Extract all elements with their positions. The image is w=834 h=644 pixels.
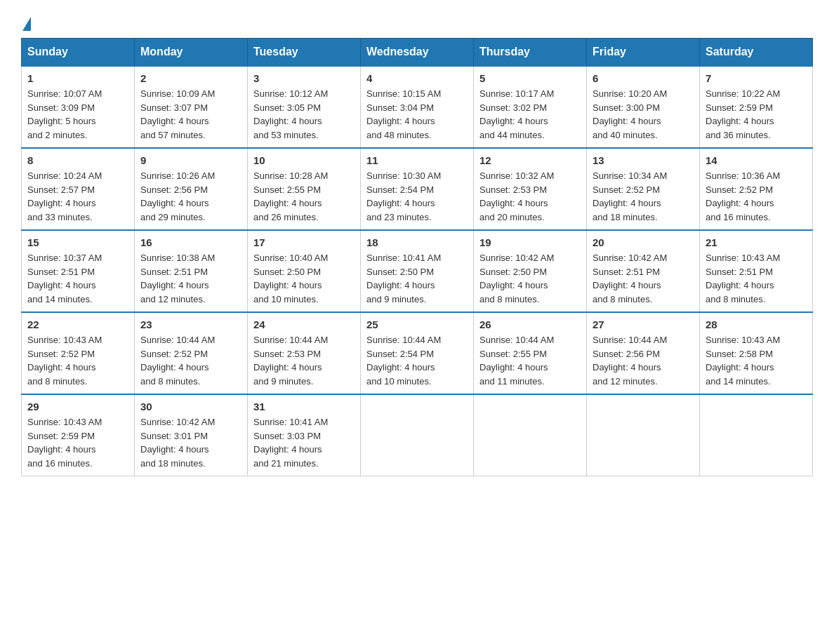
day-info: Sunrise: 10:09 AMSunset: 3:07 PMDaylight… (140, 87, 241, 142)
calendar-day-cell: 31Sunrise: 10:41 AMSunset: 3:03 PMDaylig… (248, 394, 361, 476)
day-info: Sunrise: 10:43 AMSunset: 2:52 PMDaylight… (27, 333, 128, 388)
calendar-day-cell: 26Sunrise: 10:44 AMSunset: 2:55 PMDaylig… (474, 312, 587, 394)
day-number: 26 (479, 318, 581, 330)
calendar-day-cell: 3Sunrise: 10:12 AMSunset: 3:05 PMDayligh… (248, 66, 361, 148)
day-info: Sunrise: 10:28 AMSunset: 2:55 PMDaylight… (253, 169, 355, 224)
day-info: Sunrise: 10:38 AMSunset: 2:51 PMDaylight… (140, 251, 241, 306)
day-info: Sunrise: 10:17 AMSunset: 3:02 PMDaylight… (479, 87, 581, 142)
day-number: 13 (593, 154, 694, 166)
day-info: Sunrise: 10:30 AMSunset: 2:54 PMDaylight… (366, 169, 468, 224)
day-info: Sunrise: 10:40 AMSunset: 2:50 PMDaylight… (253, 251, 355, 306)
calendar-day-cell: 30Sunrise: 10:42 AMSunset: 3:01 PMDaylig… (135, 394, 248, 476)
calendar-day-cell: 29Sunrise: 10:43 AMSunset: 2:59 PMDaylig… (22, 394, 135, 476)
day-number: 23 (140, 318, 241, 330)
day-number: 5 (479, 72, 581, 84)
day-info: Sunrise: 10:43 AMSunset: 2:51 PMDaylight… (706, 251, 807, 306)
day-info: Sunrise: 10:26 AMSunset: 2:56 PMDaylight… (140, 169, 241, 224)
day-info: Sunrise: 10:41 AMSunset: 2:50 PMDaylight… (366, 251, 468, 306)
calendar-day-cell: 11Sunrise: 10:30 AMSunset: 2:54 PMDaylig… (361, 148, 474, 230)
calendar-day-cell: 6Sunrise: 10:20 AMSunset: 3:00 PMDayligh… (587, 66, 700, 148)
day-info: Sunrise: 10:43 AMSunset: 2:58 PMDaylight… (706, 333, 807, 388)
day-number: 6 (593, 72, 694, 84)
calendar-week-row: 22Sunrise: 10:43 AMSunset: 2:52 PMDaylig… (22, 312, 813, 394)
day-info: Sunrise: 10:42 AMSunset: 3:01 PMDaylight… (140, 415, 241, 470)
day-number: 2 (140, 72, 241, 84)
calendar-day-cell: 12Sunrise: 10:32 AMSunset: 2:53 PMDaylig… (474, 148, 587, 230)
calendar-empty-cell (474, 394, 587, 476)
weekday-header-friday: Friday (587, 39, 700, 67)
day-info: Sunrise: 10:37 AMSunset: 2:51 PMDaylight… (27, 251, 128, 306)
day-number: 9 (140, 154, 241, 166)
day-number: 15 (27, 236, 128, 248)
calendar-day-cell: 20Sunrise: 10:42 AMSunset: 2:51 PMDaylig… (587, 230, 700, 312)
day-number: 27 (593, 318, 694, 330)
day-number: 30 (140, 401, 241, 412)
day-number: 22 (27, 318, 128, 330)
calendar-day-cell: 1Sunrise: 10:07 AMSunset: 3:09 PMDayligh… (22, 66, 135, 148)
calendar-day-cell: 15Sunrise: 10:37 AMSunset: 2:51 PMDaylig… (22, 230, 135, 312)
calendar-day-cell: 9Sunrise: 10:26 AMSunset: 2:56 PMDayligh… (135, 148, 248, 230)
calendar-day-cell: 19Sunrise: 10:42 AMSunset: 2:50 PMDaylig… (474, 230, 587, 312)
calendar-day-cell: 23Sunrise: 10:44 AMSunset: 2:52 PMDaylig… (135, 312, 248, 394)
day-number: 29 (27, 401, 128, 412)
day-info: Sunrise: 10:34 AMSunset: 2:52 PMDaylight… (593, 169, 694, 224)
page-header (21, 14, 813, 31)
weekday-header-tuesday: Tuesday (248, 39, 361, 67)
calendar-empty-cell (361, 394, 474, 476)
calendar-day-cell: 28Sunrise: 10:43 AMSunset: 2:58 PMDaylig… (700, 312, 813, 394)
logo (21, 14, 31, 31)
day-info: Sunrise: 10:41 AMSunset: 3:03 PMDaylight… (253, 415, 355, 470)
day-number: 16 (140, 236, 241, 248)
day-number: 11 (366, 154, 468, 166)
calendar-day-cell: 17Sunrise: 10:40 AMSunset: 2:50 PMDaylig… (248, 230, 361, 312)
day-info: Sunrise: 10:07 AMSunset: 3:09 PMDaylight… (27, 87, 128, 142)
day-info: Sunrise: 10:44 AMSunset: 2:54 PMDaylight… (366, 333, 468, 388)
calendar-day-cell: 16Sunrise: 10:38 AMSunset: 2:51 PMDaylig… (135, 230, 248, 312)
day-number: 4 (366, 72, 468, 84)
calendar-day-cell: 18Sunrise: 10:41 AMSunset: 2:50 PMDaylig… (361, 230, 474, 312)
calendar-empty-cell (587, 394, 700, 476)
calendar-day-cell: 22Sunrise: 10:43 AMSunset: 2:52 PMDaylig… (22, 312, 135, 394)
calendar-day-cell: 7Sunrise: 10:22 AMSunset: 2:59 PMDayligh… (700, 66, 813, 148)
day-number: 28 (706, 318, 807, 330)
calendar-week-row: 29Sunrise: 10:43 AMSunset: 2:59 PMDaylig… (22, 394, 813, 476)
weekday-header-thursday: Thursday (474, 39, 587, 67)
day-number: 18 (366, 236, 468, 248)
day-info: Sunrise: 10:12 AMSunset: 3:05 PMDaylight… (253, 87, 355, 142)
day-info: Sunrise: 10:20 AMSunset: 3:00 PMDaylight… (593, 87, 694, 142)
day-info: Sunrise: 10:42 AMSunset: 2:50 PMDaylight… (479, 251, 581, 306)
day-number: 25 (366, 318, 468, 330)
day-info: Sunrise: 10:22 AMSunset: 2:59 PMDaylight… (706, 87, 807, 142)
day-number: 10 (253, 154, 355, 166)
calendar-day-cell: 24Sunrise: 10:44 AMSunset: 2:53 PMDaylig… (248, 312, 361, 394)
day-info: Sunrise: 10:36 AMSunset: 2:52 PMDaylight… (706, 169, 807, 224)
calendar-table: SundayMondayTuesdayWednesdayThursdayFrid… (21, 38, 813, 476)
day-number: 14 (706, 154, 807, 166)
calendar-day-cell: 5Sunrise: 10:17 AMSunset: 3:02 PMDayligh… (474, 66, 587, 148)
calendar-day-cell: 27Sunrise: 10:44 AMSunset: 2:56 PMDaylig… (587, 312, 700, 394)
calendar-day-cell: 4Sunrise: 10:15 AMSunset: 3:04 PMDayligh… (361, 66, 474, 148)
day-number: 31 (253, 401, 355, 412)
day-info: Sunrise: 10:42 AMSunset: 2:51 PMDaylight… (593, 251, 694, 306)
day-info: Sunrise: 10:15 AMSunset: 3:04 PMDaylight… (366, 87, 468, 142)
day-number: 20 (593, 236, 694, 248)
day-number: 17 (253, 236, 355, 248)
calendar-week-row: 15Sunrise: 10:37 AMSunset: 2:51 PMDaylig… (22, 230, 813, 312)
day-info: Sunrise: 10:43 AMSunset: 2:59 PMDaylight… (27, 415, 128, 470)
weekday-header-monday: Monday (135, 39, 248, 67)
calendar-day-cell: 13Sunrise: 10:34 AMSunset: 2:52 PMDaylig… (587, 148, 700, 230)
day-info: Sunrise: 10:32 AMSunset: 2:53 PMDaylight… (479, 169, 581, 224)
weekday-header-saturday: Saturday (700, 39, 813, 67)
day-info: Sunrise: 10:24 AMSunset: 2:57 PMDaylight… (27, 169, 128, 224)
day-number: 1 (27, 72, 128, 84)
calendar-empty-cell (700, 394, 813, 476)
weekday-header-row: SundayMondayTuesdayWednesdayThursdayFrid… (22, 39, 813, 67)
calendar-day-cell: 21Sunrise: 10:43 AMSunset: 2:51 PMDaylig… (700, 230, 813, 312)
day-info: Sunrise: 10:44 AMSunset: 2:55 PMDaylight… (479, 333, 581, 388)
day-number: 7 (706, 72, 807, 84)
calendar-day-cell: 25Sunrise: 10:44 AMSunset: 2:54 PMDaylig… (361, 312, 474, 394)
calendar-day-cell: 8Sunrise: 10:24 AMSunset: 2:57 PMDayligh… (22, 148, 135, 230)
calendar-day-cell: 10Sunrise: 10:28 AMSunset: 2:55 PMDaylig… (248, 148, 361, 230)
day-info: Sunrise: 10:44 AMSunset: 2:52 PMDaylight… (140, 333, 241, 388)
day-number: 3 (253, 72, 355, 84)
